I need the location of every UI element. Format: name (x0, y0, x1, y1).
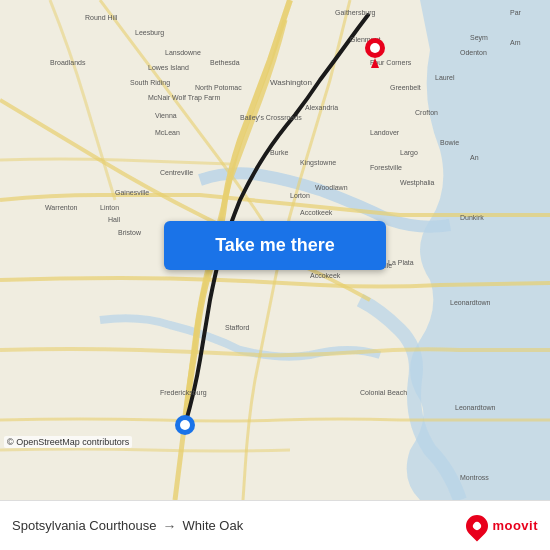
svg-text:Bowie: Bowie (440, 139, 459, 146)
svg-text:Montross: Montross (460, 474, 489, 481)
svg-text:Laurel: Laurel (435, 74, 455, 81)
svg-text:Fredericksburg: Fredericksburg (160, 389, 207, 397)
svg-text:An: An (470, 154, 479, 161)
svg-text:Bethesda: Bethesda (210, 59, 240, 66)
route-info: Spotsylvania Courthouse → White Oak (12, 518, 243, 534)
svg-text:Lorton: Lorton (290, 192, 310, 199)
svg-text:Leonardtown: Leonardtown (450, 299, 491, 306)
svg-text:Accokeek: Accokeek (310, 272, 341, 279)
svg-text:Dunkirk: Dunkirk (460, 214, 484, 221)
svg-text:Accotkeek: Accotkeek (300, 209, 333, 216)
footer-bar: Spotsylvania Courthouse → White Oak moov… (0, 500, 550, 550)
moovit-icon (462, 510, 493, 541)
svg-text:McNair Wolf Trap Farm: McNair Wolf Trap Farm (148, 94, 220, 102)
svg-text:Lowes Island: Lowes Island (148, 64, 189, 71)
svg-text:Burke: Burke (270, 149, 288, 156)
svg-text:Stafford: Stafford (225, 324, 249, 331)
svg-text:Par: Par (510, 9, 522, 16)
svg-text:Seym: Seym (470, 34, 488, 42)
svg-text:Forestville: Forestville (370, 164, 402, 171)
svg-text:Leesburg: Leesburg (135, 29, 164, 37)
svg-text:Leonardtown: Leonardtown (455, 404, 496, 411)
svg-text:McLean: McLean (155, 129, 180, 136)
origin-label: Spotsylvania Courthouse (12, 518, 157, 533)
svg-text:Landover: Landover (370, 129, 400, 136)
svg-text:Lansdowne: Lansdowne (165, 49, 201, 56)
svg-text:Vienna: Vienna (155, 112, 177, 119)
map-container: Washington Bethesda Alexandria McLean Fo… (0, 0, 550, 500)
svg-point-53 (370, 43, 380, 53)
svg-text:Odenton: Odenton (460, 49, 487, 56)
svg-text:Largo: Largo (400, 149, 418, 157)
svg-text:Greenbelt: Greenbelt (390, 84, 421, 91)
svg-text:Hall: Hall (108, 216, 121, 223)
osm-credit: © OpenStreetMap contributors (4, 436, 132, 448)
route-arrow: → (163, 518, 177, 534)
svg-text:Colonial Beach: Colonial Beach (360, 389, 407, 396)
svg-text:Gainesville: Gainesville (115, 189, 149, 196)
svg-text:Woodlawn: Woodlawn (315, 184, 348, 191)
svg-text:Linton: Linton (100, 204, 119, 211)
svg-text:Centreville: Centreville (160, 169, 193, 176)
svg-text:Alexandria: Alexandria (305, 104, 338, 111)
svg-text:Am: Am (510, 39, 521, 46)
svg-text:Crofton: Crofton (415, 109, 438, 116)
svg-text:Bailey's Crossroads: Bailey's Crossroads (240, 114, 302, 122)
svg-text:North Potomac: North Potomac (195, 84, 242, 91)
svg-point-55 (180, 420, 190, 430)
moovit-logo: moovit (466, 515, 538, 537)
svg-text:Round Hill: Round Hill (85, 14, 118, 21)
svg-text:Broadlands: Broadlands (50, 59, 86, 66)
svg-text:Gaithersburg: Gaithersburg (335, 9, 376, 17)
svg-text:Westphalia: Westphalia (400, 179, 435, 187)
moovit-text: moovit (492, 518, 538, 533)
svg-text:Bristow: Bristow (118, 229, 142, 236)
take-me-there-button[interactable]: Take me there (164, 221, 386, 270)
destination-label: White Oak (183, 518, 244, 533)
svg-text:South Riding: South Riding (130, 79, 170, 87)
svg-text:Washington: Washington (270, 78, 312, 87)
svg-text:Kingstowne: Kingstowne (300, 159, 336, 167)
svg-text:Warrenton: Warrenton (45, 204, 78, 211)
